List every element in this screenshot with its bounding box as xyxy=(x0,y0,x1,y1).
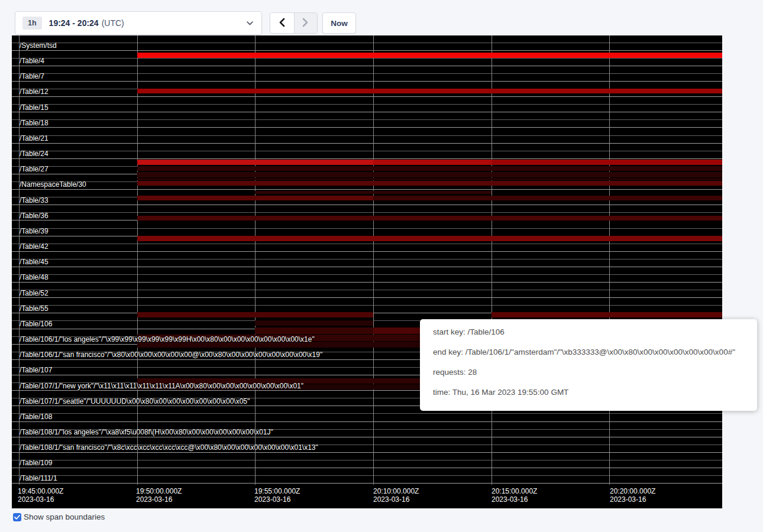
grid-hline xyxy=(12,297,722,298)
time-axis-tick: 19:45:00.000Z2023-03-16 xyxy=(18,487,63,504)
row-label: /Table/108/1/"los angeles"/"\xa8\xf5\u00… xyxy=(20,429,273,436)
grid-hline xyxy=(12,421,722,422)
time-axis-tick: 20:10:00.000Z2023-03-16 xyxy=(373,487,419,504)
heat-band xyxy=(137,160,373,165)
time-axis-tick: 20:15:00.000Z2023-03-16 xyxy=(492,487,537,504)
tick-time: 20:20:00.000Z xyxy=(610,487,655,495)
tick-date: 2023-03-16 xyxy=(610,495,655,504)
grid-hline xyxy=(12,251,722,252)
grid-vline xyxy=(609,35,610,485)
heat-band xyxy=(373,160,492,165)
row-label: /Table/108/1/"san francisco"/"\x8c\xcc\x… xyxy=(20,444,318,452)
heat-band xyxy=(137,166,722,171)
grid-hline xyxy=(12,475,722,476)
row-label: /Table/45 xyxy=(20,258,49,266)
heat-band xyxy=(137,181,722,186)
grid-hline xyxy=(12,452,722,453)
grid-hline xyxy=(12,135,722,136)
row-label: /Table/52 xyxy=(20,290,49,297)
checkbox-label: Show span boundaries xyxy=(24,512,105,521)
grid-hline xyxy=(12,274,722,275)
grid-vline xyxy=(492,35,492,485)
tooltip-time: time: Thu, 16 Mar 2023 19:55:00 GMT xyxy=(433,388,751,397)
grid-hline xyxy=(12,96,722,97)
grid-hline xyxy=(12,143,722,144)
grid-vline xyxy=(255,35,256,485)
time-window-badge: 1h xyxy=(22,17,42,30)
heat-band xyxy=(255,191,492,194)
time-nav-group xyxy=(270,12,318,34)
heat-band xyxy=(373,196,722,200)
chevron-down-icon xyxy=(247,21,253,25)
row-label: /System/tsd xyxy=(20,42,57,50)
row-label: /Table/42 xyxy=(20,243,49,251)
grid-hline xyxy=(12,212,722,213)
grid-vline xyxy=(137,35,138,485)
row-label: /Table/48 xyxy=(20,274,49,281)
row-label: /Table/106 xyxy=(20,320,52,328)
chevron-right-icon xyxy=(302,18,309,29)
checkbox-checked-icon[interactable] xyxy=(13,513,21,521)
heat-band xyxy=(255,327,373,334)
tick-time: 19:55:00.000Z xyxy=(254,487,300,495)
row-label: /Table/7 xyxy=(20,73,44,80)
heat-band xyxy=(255,320,373,326)
row-label: /Table/109 xyxy=(20,459,52,467)
grid-hline xyxy=(12,460,722,460)
row-label: /Table/15 xyxy=(20,104,49,112)
time-range-select[interactable]: 1h 19:24 - 20:24 (UTC) xyxy=(15,11,262,35)
grid-hline xyxy=(12,66,722,66)
heat-band xyxy=(137,53,722,58)
now-button[interactable]: Now xyxy=(322,12,356,34)
key-visualizer-heatmap[interactable]: /System/tsd/Table/4/Table/7/Table/12/Tab… xyxy=(12,35,722,508)
row-label: /Table/106/1/"los angeles"/"\x99\x99\x99… xyxy=(20,336,315,343)
grid-hline xyxy=(12,112,722,112)
row-label: /Table/39 xyxy=(20,228,49,235)
row-label: /Table/33 xyxy=(20,197,49,205)
grid-hline xyxy=(12,267,722,267)
prev-interval-button[interactable] xyxy=(270,13,294,33)
tick-time: 20:10:00.000Z xyxy=(373,487,419,495)
time-axis-tick: 20:20:00.000Z2023-03-16 xyxy=(610,487,655,504)
heat-band xyxy=(137,312,373,317)
row-label: /Table/108 xyxy=(20,413,52,421)
heat-band xyxy=(492,160,722,165)
tooltip-requests: requests: 28 xyxy=(433,368,751,377)
heat-band xyxy=(137,178,722,180)
heat-band xyxy=(137,89,722,94)
grid-hline xyxy=(12,468,722,468)
key-visualizer-page: 1h 19:24 - 20:24 (UTC) Now /System/tsd/T… xyxy=(0,0,763,532)
grid-hline xyxy=(12,205,722,205)
tick-date: 2023-03-16 xyxy=(18,495,63,504)
grid-hline xyxy=(12,290,722,290)
show-span-boundaries-toggle[interactable]: Show span boundaries xyxy=(13,512,105,521)
row-label: /Table/21 xyxy=(20,135,49,142)
grid-hline xyxy=(12,73,722,74)
row-label: /Table/107 xyxy=(20,366,52,374)
heat-band xyxy=(137,236,722,241)
grid-hline xyxy=(12,104,722,105)
row-label: /Table/18 xyxy=(20,119,49,127)
row-label: /Table/4 xyxy=(20,57,44,65)
grid-hline xyxy=(12,413,722,414)
time-range-label: 19:24 - 20:24 xyxy=(49,18,99,28)
row-label: /Table/111/1 xyxy=(20,475,57,482)
row-label: /NamespaceTable/30 xyxy=(20,181,86,189)
grid-hline xyxy=(12,119,722,120)
grid-hline xyxy=(12,189,722,190)
tooltip: start key: /Table/106 end key: /Table/10… xyxy=(420,319,757,411)
time-axis-tick: 19:50:00.000Z2023-03-16 xyxy=(136,487,182,504)
row-label: /Table/27 xyxy=(20,166,49,173)
grid-hline xyxy=(12,151,722,151)
grid-hline xyxy=(12,127,722,128)
time-axis-tick: 19:55:00.000Z2023-03-16 xyxy=(254,487,300,504)
row-label: /Table/106/1/"san francisco"/"\x80\x00\x… xyxy=(20,351,322,359)
grid-hline xyxy=(12,228,722,229)
heat-band xyxy=(492,312,722,317)
tooltip-start-key: start key: /Table/106 xyxy=(433,328,751,336)
heat-band xyxy=(137,216,722,220)
row-label: /Table/107/1/"new york"/"\x11\x11\x11\x1… xyxy=(20,382,303,390)
next-interval-button-disabled[interactable] xyxy=(294,13,318,33)
grid-hline xyxy=(12,43,722,43)
grid-hline xyxy=(12,81,722,82)
